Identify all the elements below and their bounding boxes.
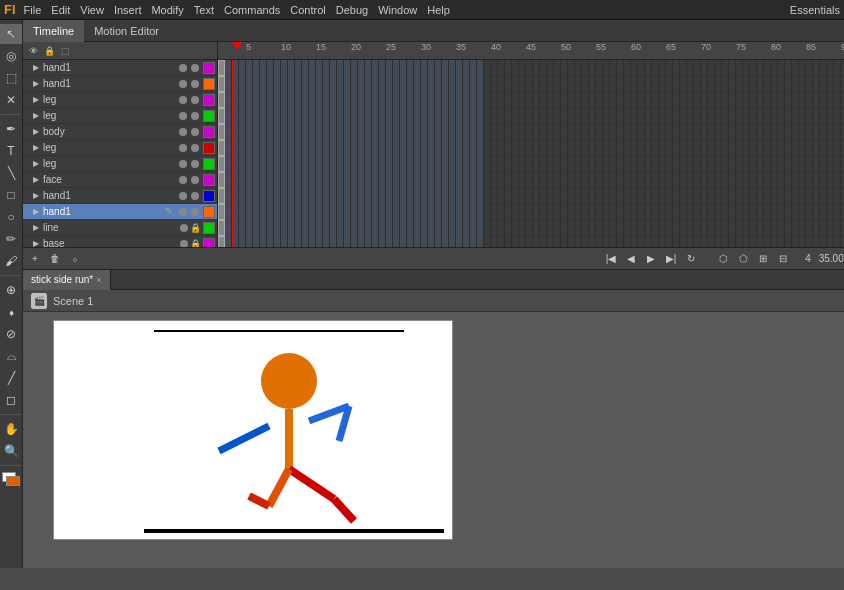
rect-tool[interactable]: □ <box>0 185 22 205</box>
grid-cell[interactable] <box>722 108 729 124</box>
grid-cell[interactable] <box>337 140 344 156</box>
grid-cell[interactable] <box>813 204 820 220</box>
grid-cell[interactable] <box>295 124 302 140</box>
grid-cell[interactable] <box>680 124 687 140</box>
grid-cell[interactable] <box>372 60 379 76</box>
grid-cell[interactable] <box>638 204 645 220</box>
grid-cell[interactable] <box>596 60 603 76</box>
step-back-button[interactable]: ◀ <box>623 251 639 267</box>
grid-cell[interactable] <box>386 124 393 140</box>
grid-cell[interactable] <box>372 204 379 220</box>
grid-cell[interactable] <box>540 124 547 140</box>
grid-cell[interactable] <box>484 60 491 76</box>
grid-cell[interactable] <box>603 108 610 124</box>
grid-cell[interactable] <box>316 76 323 92</box>
grid-cell[interactable] <box>554 76 561 92</box>
grid-cell[interactable] <box>582 76 589 92</box>
grid-cell[interactable] <box>414 236 421 247</box>
grid-cell[interactable] <box>484 92 491 108</box>
grid-cell[interactable] <box>743 204 750 220</box>
grid-cell[interactable] <box>813 172 820 188</box>
layer-row[interactable]: ▶ body <box>23 124 217 140</box>
grid-cell[interactable] <box>309 60 316 76</box>
grid-cell[interactable] <box>778 124 785 140</box>
grid-cell[interactable] <box>456 60 463 76</box>
grid-cell[interactable] <box>253 92 260 108</box>
grid-cell[interactable] <box>715 92 722 108</box>
grid-cell[interactable] <box>526 76 533 92</box>
grid-cell[interactable] <box>358 92 365 108</box>
grid-cell[interactable] <box>533 156 540 172</box>
grid-cell[interactable] <box>736 188 743 204</box>
grid-cell[interactable] <box>477 204 484 220</box>
grid-cell[interactable] <box>372 172 379 188</box>
grid-cell[interactable] <box>820 236 827 247</box>
grid-cell[interactable] <box>435 204 442 220</box>
grid-cell[interactable] <box>680 220 687 236</box>
grid-cell[interactable] <box>316 140 323 156</box>
grid-cell[interactable] <box>512 140 519 156</box>
grid-cell[interactable] <box>260 204 267 220</box>
grid-cell[interactable] <box>813 60 820 76</box>
grid-cell[interactable] <box>239 60 246 76</box>
grid-cell[interactable] <box>344 108 351 124</box>
grid-cell[interactable] <box>750 188 757 204</box>
grid-cell[interactable] <box>561 204 568 220</box>
grid-cell[interactable] <box>827 76 834 92</box>
grid-cell[interactable] <box>568 236 575 247</box>
grid-cell[interactable] <box>568 220 575 236</box>
grid-cell[interactable] <box>659 140 666 156</box>
grid-cell[interactable] <box>582 220 589 236</box>
grid-cell[interactable] <box>764 76 771 92</box>
grid-cell[interactable] <box>736 76 743 92</box>
grid-cell[interactable] <box>379 140 386 156</box>
grid-cell[interactable] <box>771 60 778 76</box>
grid-cell[interactable] <box>631 140 638 156</box>
grid-cell[interactable] <box>554 140 561 156</box>
grid-cell[interactable] <box>379 156 386 172</box>
grid-cell[interactable] <box>491 220 498 236</box>
grid-cell[interactable] <box>512 92 519 108</box>
grid-cell[interactable] <box>484 204 491 220</box>
grid-cell[interactable] <box>449 124 456 140</box>
grid-cell[interactable] <box>400 92 407 108</box>
grid-cell[interactable] <box>281 92 288 108</box>
grid-cell[interactable] <box>750 140 757 156</box>
grid-cell[interactable] <box>344 188 351 204</box>
grid-cell[interactable] <box>540 76 547 92</box>
grid-cell[interactable] <box>771 220 778 236</box>
grid-cell[interactable] <box>267 92 274 108</box>
grid-cell[interactable] <box>295 236 302 247</box>
grid-cell[interactable] <box>526 124 533 140</box>
grid-cell[interactable] <box>603 236 610 247</box>
grid-cell[interactable] <box>785 76 792 92</box>
grid-cell[interactable] <box>358 76 365 92</box>
grid-cell[interactable] <box>386 92 393 108</box>
grid-cell[interactable] <box>526 236 533 247</box>
grid-cell[interactable] <box>316 124 323 140</box>
grid-cell[interactable] <box>673 124 680 140</box>
grid-cell[interactable] <box>582 140 589 156</box>
grid-cell[interactable] <box>673 140 680 156</box>
grid-cell[interactable] <box>638 236 645 247</box>
grid-cell[interactable] <box>834 60 841 76</box>
grid-cell[interactable] <box>498 236 505 247</box>
grid-cell[interactable] <box>722 60 729 76</box>
grid-cell[interactable] <box>323 108 330 124</box>
grid-cell[interactable] <box>288 76 295 92</box>
grid-cell[interactable] <box>288 156 295 172</box>
grid-cell[interactable] <box>701 220 708 236</box>
grid-cell[interactable] <box>449 140 456 156</box>
grid-cell[interactable] <box>505 204 512 220</box>
grid-cell[interactable] <box>771 76 778 92</box>
grid-cell[interactable] <box>729 108 736 124</box>
grid-cell[interactable] <box>379 204 386 220</box>
grid-cell[interactable] <box>589 188 596 204</box>
grid-cell[interactable] <box>372 188 379 204</box>
grid-cell[interactable] <box>253 124 260 140</box>
grid-cell[interactable] <box>680 140 687 156</box>
grid-cell[interactable] <box>365 108 372 124</box>
grid-cell[interactable] <box>743 140 750 156</box>
grid-cell[interactable] <box>253 76 260 92</box>
grid-cell[interactable] <box>568 60 575 76</box>
